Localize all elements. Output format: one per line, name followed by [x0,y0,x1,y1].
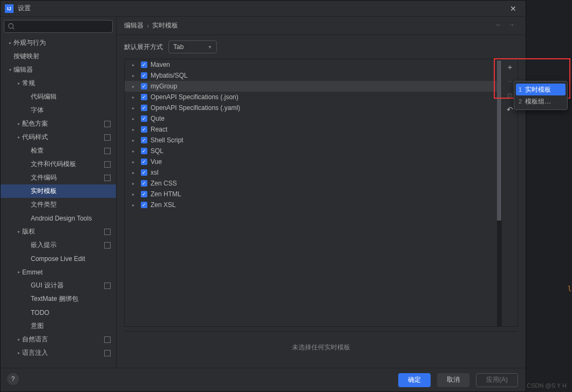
template-group-item[interactable]: ▸✓Mybatis/SQL [125,70,501,81]
checkbox-checked-icon[interactable]: ✓ [141,72,147,79]
breadcrumb: 编辑器 › 实时模板 ← → [117,17,526,35]
settings-main: 编辑器 › 实时模板 ← → 默认展开方式 Tab ▼ ▸✓Maven▸✓Myb… [117,17,526,368]
template-group-item[interactable]: ▸✓OpenAPI Specifications (.yaml) [125,102,501,113]
template-group-item[interactable]: ▸✓Zen CSS [125,178,501,189]
template-group-item[interactable]: ▸✓Maven [125,59,501,70]
template-group-item[interactable]: ▸✓React [125,124,501,135]
checkbox-checked-icon[interactable]: ✓ [141,61,147,68]
template-group-item[interactable]: ▸✓Vue [125,156,501,167]
sidebar-item-label: 字体 [31,106,44,115]
sidebar-item[interactable]: 文件编码 [1,171,116,184]
checkbox-checked-icon[interactable]: ✓ [141,126,147,133]
checkbox-checked-icon[interactable]: ✓ [141,115,147,122]
expand-label: 默认展开方式 [124,43,163,52]
checkbox-checked-icon[interactable]: ✓ [141,83,147,90]
chevron-right-icon: ▸ [132,149,138,154]
help-button[interactable]: ? [7,373,19,385]
template-group-item[interactable]: ▸✓xsl [125,167,501,178]
template-group-label: myGroup [151,82,177,90]
close-button[interactable]: ✕ [505,1,521,17]
checkbox-checked-icon[interactable]: ✓ [141,137,147,143]
breadcrumb-item[interactable]: 编辑器 [124,21,144,30]
search-input[interactable] [4,20,113,33]
sidebar-item[interactable]: 代码编辑 [1,90,116,104]
popup-item-template-group[interactable]: 2 模板组… [514,95,567,107]
module-badge-icon [104,161,111,168]
ok-button[interactable]: 确定 [398,373,431,387]
checkbox-checked-icon[interactable]: ✓ [141,202,147,208]
sidebar-item[interactable]: ▸常规 [1,77,116,90]
nav-forward-icon[interactable]: → [508,21,515,29]
nav-back-icon[interactable]: ← [495,21,502,29]
sidebar-item-label: 代码编辑 [31,92,57,101]
apply-button[interactable]: 应用(A) [476,373,518,387]
template-group-label: Qute [151,115,165,122]
sidebar-item[interactable]: ▾编辑器 [1,63,116,77]
add-popup-menu: 1 实时模板 2 模板组… [514,81,568,110]
checkbox-checked-icon[interactable]: ✓ [141,180,147,187]
sidebar-item[interactable]: Android Design Tools [1,211,116,225]
sidebar-item-label: 意图 [31,321,44,331]
scrollbar[interactable] [497,59,501,326]
sidebar-item[interactable]: 意图 [1,319,116,333]
checkbox-checked-icon[interactable]: ✓ [141,105,147,111]
sidebar-item[interactable]: TextMate 捆绑包 [1,292,116,306]
checkbox-checked-icon[interactable]: ✓ [141,191,147,197]
expand-select[interactable]: Tab ▼ [168,40,217,53]
breadcrumb-item[interactable]: 实时模板 [152,21,178,30]
template-group-item[interactable]: ▸✓myGroup [125,81,501,92]
chevron-right-icon: ▸ [132,170,138,175]
template-detail-empty: 未选择任何实时模板 [124,331,518,363]
sidebar-item[interactable]: ▸版权 [1,225,116,238]
template-group-label: Maven [151,61,170,68]
template-group-item[interactable]: ▸✓Zen XSL [125,200,501,210]
sidebar-item[interactable]: TODO [1,306,116,319]
checkbox-checked-icon[interactable]: ✓ [141,159,147,165]
sidebar-item[interactable]: ▸Emmet [1,265,116,279]
sidebar-item[interactable]: GUI 设计器 [1,279,116,292]
settings-sidebar: ▸外观与行为按键映射▾编辑器▸常规代码编辑字体▸配色方案▸代码样式检查文件和代码… [1,17,117,368]
template-group-label: Shell Script [151,136,183,144]
cancel-button[interactable]: 取消 [437,373,469,387]
scrollbar-thumb[interactable] [497,60,501,221]
sidebar-item-label: GUI 设计器 [31,281,64,290]
sidebar-item[interactable]: ▸代码样式 [1,130,116,144]
popup-item-number: 1 [519,86,522,93]
template-list-area: ▸✓Maven▸✓Mybatis/SQL▸✓myGroup▸✓OpenAPI S… [124,59,518,327]
chevron-right-icon: ▸ [132,160,138,164]
template-group-item[interactable]: ▸✓OpenAPI Specifications (.json) [125,92,501,102]
sidebar-item[interactable]: ▸外观与行为 [1,36,116,50]
sidebar-item-label: 自然语言 [22,335,48,344]
sidebar-item[interactable]: 实时模板 [1,184,116,198]
template-group-item[interactable]: ▸✓Shell Script [125,135,501,146]
chevron-right-icon: ▸ [132,138,138,143]
sidebar-item-label: 实时模板 [31,187,57,196]
sidebar-item-label: Emmet [22,269,43,276]
sidebar-item-label: 编辑器 [13,65,33,74]
sidebar-item[interactable]: ▸配色方案 [1,117,116,130]
checkbox-checked-icon[interactable]: ✓ [141,148,147,154]
sidebar-item[interactable]: 字体 [1,104,116,117]
add-button[interactable]: ＋ [504,61,516,73]
checkbox-checked-icon[interactable]: ✓ [141,94,147,100]
sidebar-item[interactable]: Compose Live Edit [1,252,116,265]
expand-option-row: 默认展开方式 Tab ▼ [117,35,526,59]
chevron-icon: ▸ [16,337,22,342]
checkbox-checked-icon[interactable]: ✓ [141,169,147,176]
sidebar-item[interactable]: 按键映射 [1,50,116,63]
settings-tree[interactable]: ▸外观与行为按键映射▾编辑器▸常规代码编辑字体▸配色方案▸代码样式检查文件和代码… [1,36,116,368]
sidebar-item[interactable]: ▸自然语言 [1,333,116,346]
sidebar-item[interactable]: 检查 [1,144,116,157]
popup-item-live-template[interactable]: 1 实时模板 [516,84,566,95]
template-list[interactable]: ▸✓Maven▸✓Mybatis/SQL▸✓myGroup▸✓OpenAPI S… [125,59,501,326]
sidebar-item[interactable]: 文件类型 [1,198,116,211]
module-badge-icon [104,121,111,127]
sidebar-item[interactable]: ▸语言注入 [1,346,116,360]
template-group-item[interactable]: ▸✓Qute [125,113,501,124]
chevron-right-icon: ▸ [132,84,138,89]
sidebar-item-label: 常规 [22,79,35,88]
sidebar-item[interactable]: 文件和代码模板 [1,157,116,171]
template-group-item[interactable]: ▸✓SQL [125,146,501,156]
sidebar-item[interactable]: 嵌入提示 [1,238,116,252]
template-group-item[interactable]: ▸✓Zen HTML [125,189,501,200]
